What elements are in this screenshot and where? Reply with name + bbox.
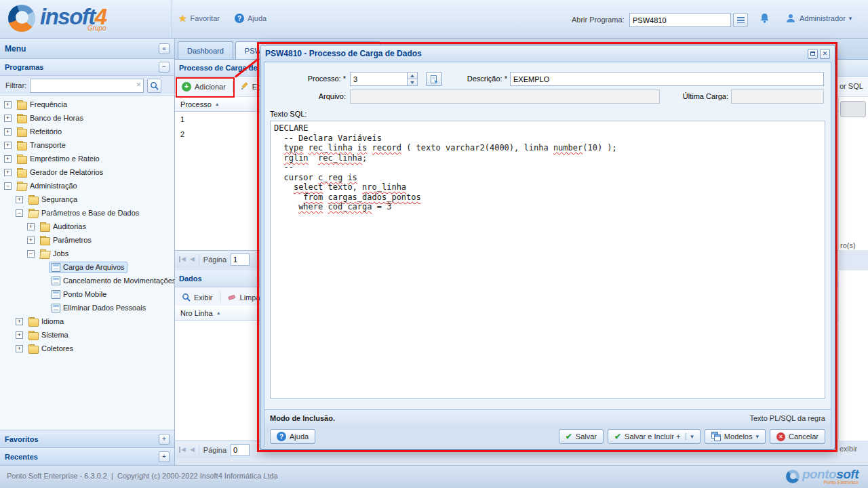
tree-node-body[interactable]: Refeitório xyxy=(14,126,64,138)
tree-item[interactable]: Ponto Mobile xyxy=(0,287,174,301)
tree-node-body[interactable]: Eliminar Dados Pessoais xyxy=(49,302,149,314)
salvar-button[interactable]: ✔ Salvar xyxy=(559,429,604,444)
sql-editor[interactable]: DECLARE -- Declara Variáveis type rec_li… xyxy=(270,121,825,399)
expand-plus-icon[interactable]: + xyxy=(4,142,12,149)
tree-node-body[interactable]: Idioma xyxy=(26,316,66,327)
tree-node-body[interactable]: Cancelamento de Movimentações xyxy=(49,275,174,287)
tree-item[interactable]: +Coletores xyxy=(0,342,174,355)
tree-item[interactable]: +Banco de Horas xyxy=(0,111,174,125)
expand-plus-icon[interactable]: + xyxy=(4,169,12,176)
chevron-down-icon[interactable]: ▾ xyxy=(686,433,694,440)
notifications-bell-icon[interactable] xyxy=(759,12,770,26)
arquivo-input[interactable] xyxy=(350,89,660,104)
restore-window-button[interactable] xyxy=(808,49,818,59)
cancelar-button[interactable]: ✕ Cancelar xyxy=(770,429,825,444)
first-page-button[interactable]: ◀ xyxy=(179,447,186,453)
tree-item[interactable]: +Empréstimo e Rateio xyxy=(0,152,174,165)
descricao-input[interactable] xyxy=(510,72,824,86)
tree-item[interactable]: +Segurança xyxy=(0,192,174,206)
expand-plus-icon[interactable]: + xyxy=(4,101,12,108)
dialog-ajuda-button[interactable]: ? Ajuda xyxy=(270,429,315,444)
tree-node-body[interactable]: Banco de Horas xyxy=(14,113,86,124)
tab-dashboard[interactable]: Dashboard xyxy=(178,41,233,59)
abrir-programa-picker-button[interactable] xyxy=(733,13,748,27)
tree-item-label: Carga de Arquivos xyxy=(63,263,125,271)
expand-recentes-button[interactable]: + xyxy=(159,451,170,462)
dialog-title: PSW4810 - Processo de Carga de Dados xyxy=(265,49,806,58)
dados-page-input[interactable] xyxy=(231,444,250,456)
tree-item[interactable]: +Idioma xyxy=(0,314,174,328)
abrir-programa-label: Abrir Programa: xyxy=(572,16,625,24)
tree-item[interactable]: +Refeitório xyxy=(0,125,174,138)
collapse-minus-icon[interactable]: − xyxy=(4,182,12,190)
tree-item[interactable]: +Frequência xyxy=(0,98,174,111)
tree-item[interactable]: −Jobs xyxy=(0,247,174,260)
expand-plus-icon[interactable]: + xyxy=(27,237,35,244)
tree-node-body[interactable]: Jobs xyxy=(37,248,71,260)
tree-node-body[interactable]: Ponto Mobile xyxy=(49,289,109,300)
tree-node-body[interactable]: Coletores xyxy=(26,343,76,354)
prev-page-button[interactable]: ◀ xyxy=(190,447,195,453)
search-button[interactable] xyxy=(147,79,161,93)
expand-plus-icon[interactable]: + xyxy=(4,115,12,122)
dialog-body: Processo: * Descrição: * Arquivo: Última… xyxy=(264,62,831,447)
clear-filter-icon[interactable]: ✕ xyxy=(136,81,142,88)
tree-node-body[interactable]: Frequência xyxy=(14,99,70,110)
favoritar-button[interactable]: ★ Favoritar xyxy=(178,14,220,23)
tree-item[interactable]: Carga de Arquivos xyxy=(0,260,174,274)
salvar-e-incluir-button[interactable]: ✔ Salvar e Incluir + ▾ xyxy=(608,429,701,444)
adicionar-button[interactable]: + Adicionar xyxy=(178,80,230,94)
processo-page-input[interactable] xyxy=(231,253,250,266)
close-window-button[interactable]: ✕ xyxy=(820,49,830,59)
expand-plus-icon[interactable]: + xyxy=(16,196,23,203)
expand-plus-icon[interactable]: + xyxy=(4,155,12,163)
tree-item[interactable]: +Transporte xyxy=(0,138,174,152)
exibir-button[interactable]: Exibir xyxy=(178,291,217,304)
clipped-gray-button[interactable] xyxy=(840,101,866,117)
dialog-titlebar[interactable]: PSW4810 - Processo de Carga de Dados ✕ xyxy=(260,45,835,62)
ultima-carga-input[interactable] xyxy=(731,89,824,104)
first-page-button[interactable]: ◀ xyxy=(179,256,186,262)
tree-node-body[interactable]: Empréstimo e Rateio xyxy=(14,153,102,165)
expand-plus-icon[interactable]: + xyxy=(16,318,23,325)
spinner-down-button[interactable] xyxy=(407,79,417,85)
filter-input[interactable] xyxy=(30,79,144,93)
tree-item[interactable]: +Sistema xyxy=(0,328,174,342)
tree-node-body[interactable]: Administração xyxy=(14,180,80,192)
abrir-programa-input[interactable] xyxy=(629,13,731,27)
expand-plus-icon[interactable]: + xyxy=(27,223,35,230)
tree-node-body[interactable]: Carga de Arquivos xyxy=(49,262,127,273)
expand-plus-icon[interactable]: + xyxy=(16,331,23,339)
programas-panel-header[interactable]: Programas − xyxy=(0,59,174,76)
tree-item[interactable]: Cancelamento de Movimentações xyxy=(0,274,174,287)
tree-item[interactable]: +Auditorias xyxy=(0,220,174,233)
tree-item[interactable]: Eliminar Dados Pessoais xyxy=(0,301,174,314)
abrir-editor-sql-button[interactable] xyxy=(426,72,442,86)
ajuda-button[interactable]: ? Ajuda xyxy=(235,14,267,23)
spinner-up-button[interactable] xyxy=(407,73,417,79)
expand-plus-icon[interactable]: + xyxy=(16,345,23,352)
collapse-minus-icon[interactable]: − xyxy=(27,250,35,258)
tree-item[interactable]: +Parâmetros xyxy=(0,233,174,247)
favoritos-panel-header[interactable]: Favoritos + xyxy=(0,430,174,447)
programas-title: Programas xyxy=(5,63,159,71)
tree-node-body[interactable]: Auditorias xyxy=(37,221,89,232)
tree-node-body[interactable]: Segurança xyxy=(26,194,80,205)
collapse-minus-icon[interactable]: − xyxy=(16,209,23,217)
tree-node-body[interactable]: Gerador de Relatórios xyxy=(14,167,106,178)
prev-page-button[interactable]: ◀ xyxy=(190,256,195,262)
modelos-button[interactable]: Modelos ▾ xyxy=(705,429,766,444)
expand-favoritos-button[interactable]: + xyxy=(159,434,170,445)
collapse-programas-button[interactable]: − xyxy=(159,62,170,73)
tree-node-body[interactable]: Parâmetros e Base de Dados xyxy=(26,207,142,219)
tree-node-body[interactable]: Transporte xyxy=(14,140,68,151)
collapse-sidebar-button[interactable]: « xyxy=(159,43,170,54)
tree-node-body[interactable]: Sistema xyxy=(26,329,71,341)
tree-item[interactable]: −Administração xyxy=(0,179,174,192)
tree-node-body[interactable]: Parâmetros xyxy=(37,235,94,246)
recentes-panel-header[interactable]: Recentes + xyxy=(0,447,174,465)
expand-plus-icon[interactable]: + xyxy=(4,128,12,136)
tree-item[interactable]: +Gerador de Relatórios xyxy=(0,165,174,179)
user-menu[interactable]: Administrador ▾ xyxy=(785,13,852,24)
tree-item[interactable]: −Parâmetros e Base de Dados xyxy=(0,206,174,220)
